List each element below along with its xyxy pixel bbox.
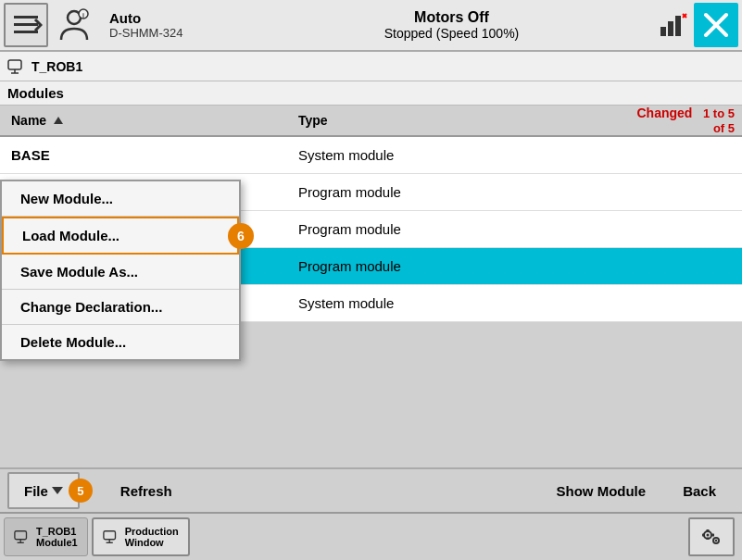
row-type: Program module bbox=[287, 258, 622, 274]
taskbar-item-production-window[interactable]: Production Window bbox=[92, 517, 190, 556]
dropdown-save-module-as[interactable]: Save Module As... bbox=[2, 255, 239, 290]
dropdown-delete-module[interactable]: Delete Module... bbox=[2, 325, 239, 359]
taskbar-item-trob1[interactable]: T_ROB1 Module1 bbox=[4, 517, 88, 556]
svg-rect-13 bbox=[8, 60, 21, 69]
svg-point-23 bbox=[707, 534, 710, 537]
trob-row: T_ROB1 bbox=[0, 52, 742, 81]
settings-button[interactable] bbox=[688, 517, 735, 556]
svg-rect-8 bbox=[675, 16, 681, 36]
step-badge-5: 5 bbox=[69, 479, 93, 503]
sort-arrow-icon bbox=[54, 117, 63, 124]
show-module-button[interactable]: Show Module bbox=[537, 472, 664, 509]
svg-point-25 bbox=[715, 540, 717, 541]
step-badge-6: 6 bbox=[228, 223, 254, 249]
file-dropdown-arrow-icon bbox=[52, 487, 63, 494]
svg-rect-2 bbox=[14, 31, 38, 33]
menu-button[interactable] bbox=[4, 3, 48, 47]
refresh-button[interactable]: Refresh bbox=[102, 472, 191, 509]
operator-button[interactable]: i bbox=[50, 3, 98, 47]
svg-rect-7 bbox=[668, 21, 673, 36]
svg-rect-29 bbox=[702, 534, 705, 537]
modules-table: Name Type Changed 1 to 5 of 5 BASE Syste… bbox=[0, 106, 742, 322]
col-changed: Changed 1 to 5 of 5 bbox=[622, 106, 742, 135]
table-header: Name Type Changed 1 to 5 of 5 bbox=[0, 106, 742, 137]
close-button[interactable] bbox=[694, 3, 738, 47]
row-type: Program module bbox=[287, 221, 622, 237]
robot-icon bbox=[14, 529, 31, 545]
header-status: Motors Off Stopped (Speed 100%) bbox=[246, 9, 657, 41]
file-button[interactable]: File 5 bbox=[7, 472, 80, 509]
file-dropdown-menu: New Module... Load Module... 6 Save Modu… bbox=[0, 180, 241, 361]
row-type: Program module bbox=[287, 184, 622, 200]
taskbar-item-production-label: Production Window bbox=[125, 526, 179, 548]
col-type: Type bbox=[287, 113, 622, 128]
settings-icon bbox=[698, 523, 725, 551]
row-name: BASE bbox=[0, 147, 287, 163]
svg-rect-6 bbox=[660, 27, 666, 36]
taskbar: T_ROB1 Module1 Production Window bbox=[0, 512, 742, 560]
row-type: System module bbox=[287, 295, 622, 311]
taskbar-item-trob1-label: T_ROB1 Module1 bbox=[36, 526, 78, 548]
svg-rect-1 bbox=[14, 23, 38, 26]
dropdown-change-declaration[interactable]: Change Declaration... bbox=[2, 290, 239, 325]
row-type: System module bbox=[287, 147, 622, 163]
back-button[interactable]: Back bbox=[664, 472, 735, 509]
header: i Auto D-SHMM-324 Motors Off Stopped (Sp… bbox=[0, 0, 742, 52]
table-row[interactable]: BASE System module bbox=[0, 137, 742, 174]
signal-icon bbox=[657, 3, 690, 47]
svg-rect-28 bbox=[712, 534, 715, 537]
bottom-toolbar: File 5 Refresh Show Module Back bbox=[0, 467, 742, 512]
svg-rect-27 bbox=[707, 538, 710, 541]
svg-rect-0 bbox=[14, 16, 38, 19]
header-mode: Auto D-SHMM-324 bbox=[98, 10, 246, 40]
svg-rect-16 bbox=[15, 531, 27, 540]
dropdown-load-module[interactable]: Load Module... 6 bbox=[2, 217, 239, 255]
dropdown-new-module[interactable]: New Module... bbox=[2, 181, 239, 217]
svg-rect-26 bbox=[707, 529, 710, 532]
svg-text:i: i bbox=[82, 12, 84, 19]
svg-rect-19 bbox=[104, 531, 116, 540]
modules-section-label: Modules bbox=[0, 81, 742, 106]
window-icon bbox=[103, 529, 119, 545]
col-name: Name bbox=[0, 113, 287, 128]
